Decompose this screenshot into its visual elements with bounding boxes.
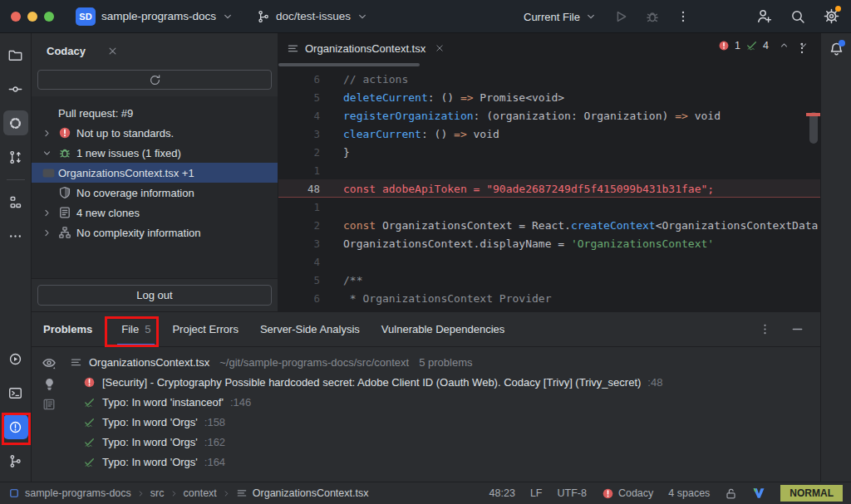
git-tool-button[interactable] xyxy=(3,448,28,473)
code-area[interactable]: 6// actions5deleteCurrent: () => Promise… xyxy=(278,66,820,311)
vim-status-item[interactable] xyxy=(752,487,765,500)
tab-project-errors[interactable]: Project Errors xyxy=(161,312,248,346)
problems-toolbar xyxy=(32,347,66,482)
code-text: const adobeApiToken = "90ade2687249df5f4… xyxy=(343,183,714,195)
more-actions-kebab-icon[interactable] xyxy=(676,10,690,23)
more-tool-windows-button[interactable] xyxy=(3,223,28,248)
annotation-box-problems-button xyxy=(2,413,31,445)
branch-name: doc/test-issues xyxy=(276,10,351,22)
problem-row[interactable]: Typo: In word 'Orgs':158 xyxy=(66,412,820,432)
code-text: deleteCurrent: () => Promise<void> xyxy=(343,91,564,104)
terminal-tool-button[interactable] xyxy=(3,380,28,405)
inspections-widget[interactable]: 1 4 xyxy=(718,39,809,51)
editor-tab[interactable]: OrganizationsContext.tsx xyxy=(278,33,455,63)
tab-vulnerable-dependencies[interactable]: Vulnerable Dependencies xyxy=(371,312,515,346)
problem-text: Typo: In word 'Orgs' xyxy=(102,456,198,468)
breadcrumb-item[interactable]: sample-programs-docs xyxy=(25,487,131,499)
run-button[interactable] xyxy=(613,9,628,24)
breadcrumb-item[interactable]: context xyxy=(184,487,217,499)
code-line[interactable]: 5/** xyxy=(278,271,820,289)
error-status-item[interactable]: Codacy xyxy=(602,487,653,500)
close-tab-icon[interactable] xyxy=(435,43,445,53)
code-line[interactable]: 2} xyxy=(278,143,820,161)
problem-row[interactable]: Typo: In word 'instanceof':146 xyxy=(66,392,820,412)
close-window-button[interactable] xyxy=(11,12,21,22)
project-widget[interactable]: SD sample-programs-docs xyxy=(76,7,234,26)
problems-file-row[interactable]: OrganizationsContext.tsx ~/git/sample-pr… xyxy=(66,352,820,372)
minimize-window-button[interactable] xyxy=(27,12,37,22)
code-line[interactable]: 6// actions xyxy=(278,70,820,88)
quick-fix-bulb-icon[interactable] xyxy=(42,377,57,391)
codacy-tool-button[interactable] xyxy=(3,110,28,135)
open-preview-icon[interactable] xyxy=(42,398,56,411)
search-everywhere-icon[interactable] xyxy=(790,9,805,24)
zoom-window-button[interactable] xyxy=(44,12,54,22)
tree-item[interactable]: No coverage information xyxy=(32,183,278,203)
code-text: const OrganizationsContext = React.creat… xyxy=(343,219,818,232)
tree-item[interactable]: 1 new issues (1 fixed) xyxy=(32,143,278,163)
status-item[interactable]: LF xyxy=(530,487,543,499)
tree-item[interactable]: OrganizationsContext.tsx +1 xyxy=(32,163,278,183)
vcs-branch-widget[interactable]: doc/test-issues xyxy=(257,10,368,23)
macos-window-controls xyxy=(11,12,54,22)
code-line[interactable]: 3OrganizationsContext.displayName = 'Org… xyxy=(278,234,820,252)
status-item[interactable]: 4 spaces xyxy=(668,487,710,499)
editor-scrollbar-thumb[interactable] xyxy=(809,112,818,144)
tree-item[interactable]: Not up to standards. xyxy=(32,123,278,143)
code-line[interactable]: 4registerOrganization: (organization: Or… xyxy=(278,106,820,125)
close-icon[interactable] xyxy=(107,46,118,56)
breadcrumb-item[interactable]: OrganizationsContext.tsx xyxy=(253,487,369,499)
run-configuration-selector[interactable]: Current File xyxy=(524,11,597,23)
problem-row[interactable]: [Security] - Cryptography Possible hardc… xyxy=(66,372,820,392)
problems-options-kebab-icon[interactable] xyxy=(759,323,771,335)
run-tool-button[interactable] xyxy=(3,346,28,371)
problem-row[interactable]: Typo: In word 'Orgs':164 xyxy=(66,452,820,472)
tree-item[interactable]: Pull request: #9 xyxy=(32,103,278,123)
status-item[interactable]: UTF-8 xyxy=(557,487,586,499)
stripe-divider xyxy=(7,179,25,180)
view-options-eye-icon[interactable] xyxy=(42,355,57,370)
notifications-bell-button[interactable] xyxy=(829,42,844,60)
file-icon xyxy=(236,487,248,499)
problems-panel-title: Problems xyxy=(32,323,111,335)
structure-tool-button[interactable] xyxy=(3,189,28,214)
code-line[interactable]: 1 xyxy=(278,198,820,216)
previous-problem-icon[interactable] xyxy=(779,40,790,51)
breadcrumb-item[interactable]: src xyxy=(150,487,165,499)
annotation-box-file-tab xyxy=(105,316,159,347)
pull-requests-tool-button[interactable] xyxy=(3,144,28,169)
status-item[interactable]: 48:23 xyxy=(489,487,515,499)
debug-button[interactable] xyxy=(645,9,660,24)
code-with-me-icon[interactable] xyxy=(756,8,772,24)
tree-item[interactable]: 4 new clones xyxy=(32,203,278,223)
next-problem-icon[interactable] xyxy=(798,40,809,51)
code-line[interactable]: 2const OrganizationsContext = React.crea… xyxy=(278,216,820,234)
code-line[interactable]: 1 xyxy=(278,161,820,179)
vim-icon xyxy=(752,487,765,500)
hide-panel-icon[interactable] xyxy=(791,323,804,335)
unlock-status-item[interactable] xyxy=(725,487,737,500)
tab-server-side-analysis[interactable]: Server-Side Analysis xyxy=(249,312,371,346)
refresh-button[interactable] xyxy=(37,70,272,90)
logout-button[interactable]: Log out xyxy=(37,285,272,306)
problem-row[interactable]: Typo: In word 'Orgs':162 xyxy=(66,432,820,452)
logout-button-label: Log out xyxy=(136,289,172,301)
codacy-status-error-icon xyxy=(602,487,614,500)
error-stripe-mark[interactable] xyxy=(806,113,820,116)
code-line-current[interactable]: 48const adobeApiToken = "90ade2687249df5… xyxy=(278,179,820,198)
code-line[interactable]: 3clearCurrent: () => void xyxy=(278,125,820,143)
vim-mode-badge[interactable]: NORMAL xyxy=(780,485,843,502)
shield-icon xyxy=(58,186,76,199)
error-icon xyxy=(718,40,730,51)
settings-gear-icon[interactable] xyxy=(824,8,839,24)
code-line[interactable]: 5deleteCurrent: () => Promise<void> xyxy=(278,88,820,106)
chevron-down-icon xyxy=(585,11,597,22)
code-line[interactable]: 4 xyxy=(278,252,820,271)
commit-tool-button[interactable] xyxy=(3,76,28,101)
project-tool-button[interactable] xyxy=(3,42,28,67)
line-number: 3 xyxy=(278,128,333,140)
tree-item[interactable]: No complexity information xyxy=(32,223,278,242)
file-icon xyxy=(287,42,299,55)
code-line[interactable]: 6 * OrganizationsContext Provider xyxy=(278,289,820,307)
tab-label: Server-Side Analysis xyxy=(260,323,360,335)
